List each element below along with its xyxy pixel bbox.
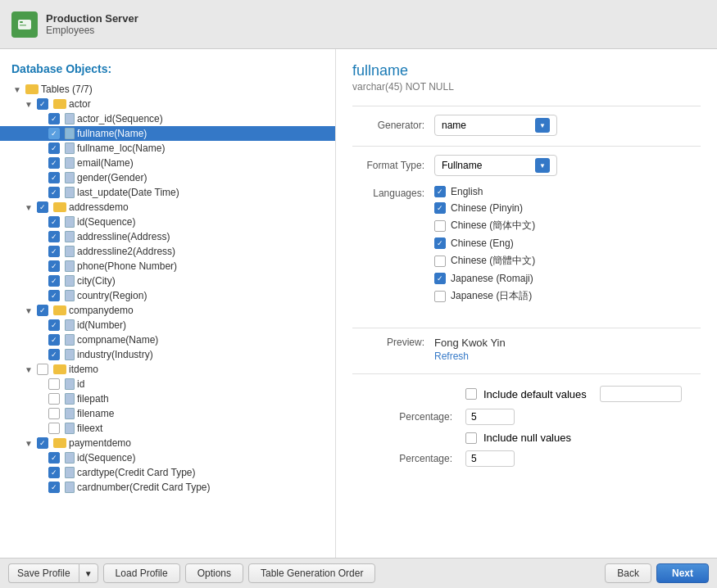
tables-label: Tables (7/7) [41,84,93,95]
tree-fullname[interactable]: fullname(Name) [0,126,335,141]
lang-chinese-pinyin-checkbox[interactable] [434,202,446,214]
email-icon [65,157,75,169]
last-update-checkbox[interactable] [48,187,60,198]
lang-chinese-simplified-checkbox[interactable] [434,220,446,232]
null-percentage-input[interactable] [465,450,515,467]
tree-fileext[interactable]: fileext [0,421,335,436]
tree-city[interactable]: city(City) [0,274,335,288]
tree-paymentdemo[interactable]: ▼ paymentdemo [0,436,335,450]
load-profile-button[interactable]: Load Profile [103,563,180,583]
it-id-checkbox[interactable] [48,378,60,390]
industry-checkbox[interactable] [48,349,60,360]
tree-itdemo[interactable]: ▼ itdemo [0,362,335,377]
phone-checkbox[interactable] [48,260,60,272]
tree-last-update[interactable]: last_update(Date Time) [0,185,335,200]
filepath-icon [65,393,75,405]
paymentdemo-checkbox[interactable] [37,437,48,449]
generator-row: Generator: name [352,115,701,136]
cardtype-checkbox[interactable] [48,467,60,478]
back-button[interactable]: Back [605,563,651,583]
cardnumber-checkbox[interactable] [48,482,60,493]
tree-actor-id[interactable]: actor_id(Sequence) [0,111,335,126]
refresh-link[interactable]: Refresh [434,351,506,362]
addressline-checkbox[interactable] [48,231,60,242]
tree-addressdemo[interactable]: ▼ addressdemo [0,200,335,215]
save-profile-button[interactable]: Save Profile [8,563,79,583]
tree-phone[interactable]: phone(Phone Number) [0,259,335,274]
tree-tables[interactable]: ▼ Tables (7/7) [0,82,335,97]
svg-rect-1 [20,21,23,23]
lang-chinese-eng-checkbox[interactable] [434,237,446,249]
tree-cardtype[interactable]: cardtype(Credit Card Type) [0,465,335,480]
tree-actor[interactable]: ▼ actor [0,97,335,111]
addressline2-icon [65,246,75,257]
tree-gender[interactable]: gender(Gender) [0,170,335,185]
filepath-checkbox[interactable] [48,393,60,405]
country-checkbox[interactable] [48,290,60,301]
tree-fullname-loc[interactable]: fullname_loc(Name) [0,141,335,156]
payment-id-checkbox[interactable] [48,452,60,464]
fullname-loc-checkbox[interactable] [48,142,60,154]
actor-folder-icon [53,99,66,109]
tree-company-id[interactable]: id(Number) [0,318,335,332]
lang-chinese-pinyin: Chinese (Pinyin) [434,202,535,214]
include-default-input[interactable] [600,386,682,402]
tree-filepath[interactable]: filepath [0,391,335,406]
field-type: varchar(45) NOT NULL [352,81,701,93]
lang-japanese-label: Japanese (日本語) [451,289,532,303]
include-default-checkbox[interactable] [465,388,477,400]
tree-companydemo[interactable]: ▼ companydemo [0,303,335,318]
include-default-row: Include default values [352,386,701,402]
generator-select[interactable]: name [434,115,557,136]
addressline2-checkbox[interactable] [48,246,60,257]
next-button[interactable]: Next [656,563,709,583]
filename-checkbox[interactable] [48,408,60,419]
fullname-icon [65,128,75,139]
actor-id-checkbox[interactable] [48,113,60,124]
tree-filename[interactable]: filename [0,406,335,421]
last-update-icon [65,187,75,198]
gender-checkbox[interactable] [48,172,60,183]
email-checkbox[interactable] [48,157,60,169]
tables-folder-icon [25,84,39,94]
include-null-row: Include null values [352,432,701,444]
include-null-checkbox[interactable] [465,432,477,444]
tree-addressline2[interactable]: addressline2(Address) [0,244,335,259]
city-checkbox[interactable] [48,275,60,287]
lang-japanese-checkbox[interactable] [434,291,446,302]
companydemo-checkbox[interactable] [37,305,48,316]
format-type-label: Format Type: [352,160,434,171]
fullname-checkbox[interactable] [48,128,60,139]
default-percentage-input[interactable] [465,409,515,425]
preview-label: Preview: [352,337,434,348]
tree-country[interactable]: country(Region) [0,288,335,303]
actor-label: actor [69,98,91,110]
tree-compname[interactable]: compname(Name) [0,332,335,347]
itdemo-checkbox[interactable] [37,364,48,375]
tree-payment-id[interactable]: id(Sequence) [0,450,335,465]
actor-checkbox[interactable] [37,98,48,110]
header-subtitle: Employees [46,25,138,36]
lang-chinese-traditional-checkbox[interactable] [434,256,446,267]
company-id-icon [65,319,75,331]
fileext-checkbox[interactable] [48,423,60,434]
tree-addressline[interactable]: addressline(Address) [0,229,335,244]
tree-addr-id[interactable]: id(Sequence) [0,215,335,229]
tree-industry[interactable]: industry(Industry) [0,347,335,362]
format-type-select-wrapper: Fullname [434,155,557,176]
tree-email[interactable]: email(Name) [0,156,335,170]
paymentdemo-arrow: ▼ [23,439,34,448]
tree-it-id[interactable]: id [0,377,335,391]
addr-id-checkbox[interactable] [48,216,60,228]
compname-checkbox[interactable] [48,334,60,346]
companydemo-folder-icon [53,305,66,315]
format-type-select[interactable]: Fullname [434,155,557,176]
table-gen-order-button[interactable]: Table Generation Order [248,563,375,583]
lang-japanese-romaji-checkbox[interactable] [434,273,446,284]
lang-english-checkbox[interactable] [434,186,446,197]
save-profile-arrow-button[interactable]: ▼ [79,563,98,583]
options-button[interactable]: Options [185,563,243,583]
company-id-checkbox[interactable] [48,319,60,331]
tree-cardnumber[interactable]: cardnumber(Credit Card Type) [0,480,335,495]
addressdemo-checkbox[interactable] [37,201,48,213]
